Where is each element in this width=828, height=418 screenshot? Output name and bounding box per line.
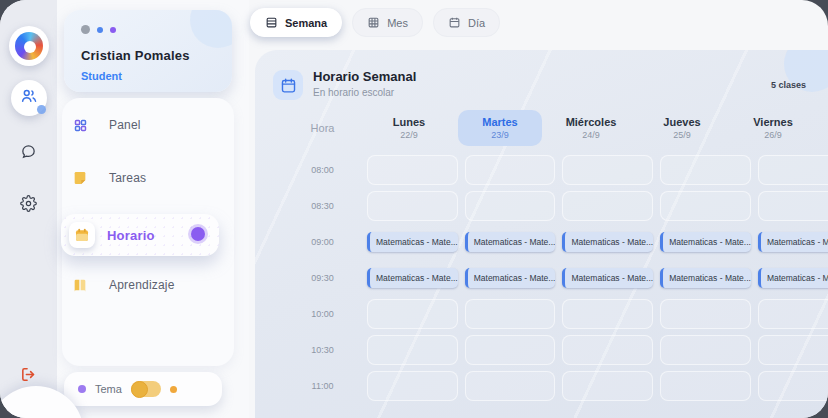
- event-chip[interactable]: Matematicas - Mate...: [367, 268, 458, 288]
- app-logo[interactable]: [9, 26, 49, 66]
- schedule-title: Horario Semanal: [313, 69, 416, 84]
- profile-name: Cristian Pomales: [81, 48, 190, 63]
- schedule-slot-martes-09:30: Matematicas - Mate...: [465, 263, 556, 293]
- event-chip[interactable]: Matematicas - Mate...: [465, 232, 556, 252]
- tab-día[interactable]: Día: [433, 8, 500, 37]
- profile-role: Student: [81, 70, 122, 82]
- schedule-slot-lunes-08:30[interactable]: [367, 191, 458, 221]
- purple-dot: [110, 27, 116, 33]
- day-date: 22/9: [400, 130, 418, 140]
- event-chip-label: Matematicas - Mate...: [468, 273, 556, 283]
- profile-card[interactable]: Cristian Pomales Student: [64, 10, 232, 92]
- tab-label: Día: [468, 17, 485, 29]
- users-button[interactable]: [11, 80, 47, 116]
- event-chip-label: Matematicas - Mate...: [468, 237, 556, 247]
- schedule-slot-martes-08:30[interactable]: [465, 191, 556, 221]
- sidebar: Cristian Pomales Student PanelTareasHora…: [57, 0, 249, 418]
- chat-button[interactable]: [0, 143, 57, 160]
- day-header-row: Hora Lunes22/9Martes23/9Miércoles24/9Jue…: [285, 110, 815, 146]
- schedule-slot-miércoles-08:00[interactable]: [562, 155, 653, 185]
- week-view-icon: [265, 16, 278, 29]
- event-chip-label: Matematicas - Mate...: [565, 237, 653, 247]
- schedule-slot-miércoles-10:00[interactable]: [562, 299, 653, 329]
- logout-button[interactable]: [0, 366, 57, 383]
- tab-semana[interactable]: Semana: [250, 8, 342, 37]
- view-tabs: SemanaMesDía: [250, 8, 500, 37]
- time-label: 09:30: [285, 260, 360, 296]
- sidebar-item-tareas[interactable]: Tareas: [71, 163, 221, 193]
- learning-icon: [71, 277, 89, 293]
- schedule-slot-martes-10:00[interactable]: [465, 299, 556, 329]
- schedule-slot-jueves-10:30[interactable]: [660, 335, 751, 365]
- day-name: Jueves: [663, 116, 700, 128]
- event-chip[interactable]: Matematicas - Mate...: [660, 232, 751, 252]
- gray-dot: [81, 25, 90, 34]
- day-name: Lunes: [393, 116, 425, 128]
- schedule-slot-viernes-10:30[interactable]: [758, 335, 828, 365]
- schedule-slot-miércoles-08:30[interactable]: [562, 191, 653, 221]
- tab-mes[interactable]: Mes: [352, 8, 423, 37]
- time-label: 10:00: [285, 296, 360, 332]
- day-header-lunes[interactable]: Lunes22/9: [367, 110, 451, 146]
- sidebar-item-panel[interactable]: Panel: [71, 110, 221, 140]
- day-date: 24/9: [582, 130, 600, 140]
- notification-badge: [37, 105, 46, 114]
- schedule-slot-martes-11:00[interactable]: [465, 371, 556, 401]
- day-name: Viernes: [753, 116, 793, 128]
- schedule-slot-martes-08:00[interactable]: [465, 155, 556, 185]
- schedule-slot-lunes-10:30[interactable]: [367, 335, 458, 365]
- sidebar-item-label: Horario: [107, 228, 155, 243]
- day-date: 23/9: [491, 130, 509, 140]
- class-count: 5 clases: [771, 80, 806, 90]
- event-chip[interactable]: Matematicas - Mate...: [758, 232, 828, 252]
- calendar-icon: [273, 70, 303, 100]
- active-indicator-dot: [191, 227, 205, 241]
- schedule-slot-viernes-08:30[interactable]: [758, 191, 828, 221]
- event-chip[interactable]: Matematicas - Mate...: [367, 232, 458, 252]
- dark-theme-dot[interactable]: [170, 386, 177, 393]
- schedule-slot-lunes-11:00[interactable]: [367, 371, 458, 401]
- day-header-jueves[interactable]: Jueves25/9: [640, 110, 724, 146]
- day-header-miércoles[interactable]: Miércoles24/9: [549, 110, 633, 146]
- schedule-slot-jueves-11:00[interactable]: [660, 371, 751, 401]
- sidebar-item-aprendizaje[interactable]: Aprendizaje: [71, 270, 221, 300]
- gear-icon: [20, 195, 37, 212]
- schedule-slot-lunes-08:00[interactable]: [367, 155, 458, 185]
- event-chip[interactable]: Matematicas - Mate...: [562, 268, 653, 288]
- schedule-slot-viernes-08:00[interactable]: [758, 155, 828, 185]
- schedule-slot-jueves-10:00[interactable]: [660, 299, 751, 329]
- event-chip-label: Matematicas - Mate...: [565, 273, 653, 283]
- theme-card: Tema: [64, 372, 222, 406]
- schedule-slot-viernes-10:00[interactable]: [758, 299, 828, 329]
- schedule-slot-martes-10:30[interactable]: [465, 335, 556, 365]
- time-label: 11:00: [285, 368, 360, 404]
- theme-toggle[interactable]: [131, 381, 161, 397]
- tasks-icon: [71, 170, 89, 186]
- event-chip-label: Matematicas - Mate...: [761, 237, 828, 247]
- time-label: 08:30: [285, 188, 360, 224]
- schedule-slot-viernes-11:00[interactable]: [758, 371, 828, 401]
- theme-label: Tema: [95, 383, 122, 395]
- event-chip[interactable]: Matematicas - Mate...: [758, 268, 828, 288]
- day-name: Martes: [482, 116, 517, 128]
- sun-icon: [131, 381, 148, 398]
- schedule-slot-jueves-08:30[interactable]: [660, 191, 751, 221]
- schedule-slot-lunes-10:00[interactable]: [367, 299, 458, 329]
- event-chip[interactable]: Matematicas - Mate...: [660, 268, 751, 288]
- schedule-slot-martes-09:00: Matematicas - Mate...: [465, 227, 556, 257]
- schedule-header: Horario Semanal En horario escolar 5 cla…: [255, 50, 828, 106]
- sidebar-item-label: Aprendizaje: [109, 278, 175, 292]
- schedule-slot-miércoles-10:30[interactable]: [562, 335, 653, 365]
- day-date: 25/9: [673, 130, 691, 140]
- schedule-slot-miércoles-11:00[interactable]: [562, 371, 653, 401]
- tab-label: Semana: [285, 17, 327, 29]
- day-header-martes[interactable]: Martes23/9: [458, 110, 542, 146]
- icon-rail: [0, 0, 58, 418]
- settings-button[interactable]: [0, 195, 57, 212]
- event-chip[interactable]: Matematicas - Mate...: [562, 232, 653, 252]
- day-header-viernes[interactable]: Viernes26/9: [731, 110, 815, 146]
- event-chip[interactable]: Matematicas - Mate...: [465, 268, 556, 288]
- schedule-icon: [69, 222, 95, 248]
- sidebar-item-horario[interactable]: Horario: [61, 214, 219, 256]
- schedule-slot-jueves-08:00[interactable]: [660, 155, 751, 185]
